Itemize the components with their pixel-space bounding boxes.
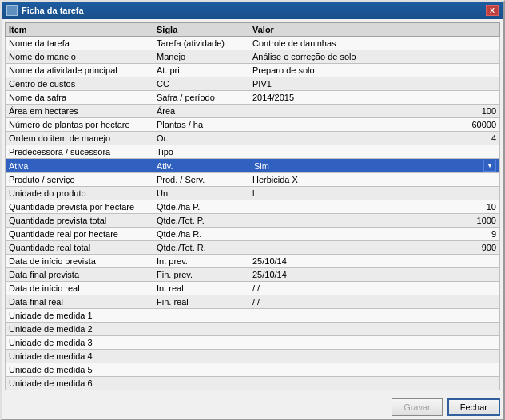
cell-item: Data final prevista <box>6 268 153 282</box>
table-row: Centro de custosCCPIV1 <box>6 77 500 91</box>
cell-sigla <box>153 377 249 390</box>
table-row: Unidade de medida 2 <box>6 323 500 336</box>
cell-valor: Herbicida X <box>249 173 500 187</box>
dropdown-value[interactable]: Sim <box>252 160 482 172</box>
cell-sigla: Fin. prev. <box>153 268 249 282</box>
cell-item: Data de início real <box>6 282 153 295</box>
table-row: Unidade de medida 5 <box>6 363 500 377</box>
cell-item: Produto / serviço <box>6 173 153 187</box>
table-row: Área em hectaresÁrea100 <box>6 105 500 118</box>
table-header-row: Item Sigla Valor <box>6 23 500 37</box>
cell-valor: 25/10/14 <box>249 255 500 268</box>
cell-sigla: CC <box>153 77 249 91</box>
content-area: Item Sigla Valor Nome da tarefaTarefa (a… <box>2 19 503 394</box>
cell-sigla: Qtde./Tot. R. <box>153 241 249 255</box>
cell-sigla: Safra / período <box>153 91 249 105</box>
table-row: Quantidade prevista totalQtde./Tot. P.10… <box>6 214 500 228</box>
cell-item: Ativa <box>6 159 153 173</box>
cell-sigla <box>153 323 249 336</box>
table-row[interactable]: AtivaAtiv.Sim▼ <box>6 159 500 173</box>
table-row: Unidade de medida 6 <box>6 377 500 390</box>
cell-item: Centro de custos <box>6 77 153 91</box>
cell-item: Unidade de medida 1 <box>6 309 153 323</box>
cell-item: Nome da safra <box>6 91 153 105</box>
cell-item: Unidade do produto <box>6 187 153 200</box>
cell-item: Unidade de medida 2 <box>6 323 153 336</box>
cell-sigla: Área <box>153 105 249 118</box>
table-row: Nome da tarefaTarefa (atividade)Controle… <box>6 37 500 50</box>
cell-valor: 900 <box>249 241 500 255</box>
cell-sigla: In. real <box>153 282 249 295</box>
table-row: Data de início previstaIn. prev.25/10/14 <box>6 255 500 268</box>
cell-valor: Análise e correção de solo <box>249 50 500 64</box>
cell-sigla <box>153 350 249 363</box>
cell-valor <box>249 323 500 336</box>
cell-valor: 4 <box>249 132 500 145</box>
cell-item: Quantidade real total <box>6 241 153 255</box>
cell-item: Ordem do item de manejo <box>6 132 153 145</box>
cell-item: Nome da atividade principal <box>6 64 153 77</box>
header-sigla: Sigla <box>153 23 249 37</box>
table-row: Quantidade prevista por hectareQtde./ha … <box>6 200 500 214</box>
table-row: Predecessora / sucessoraTipo <box>6 145 500 159</box>
cell-valor[interactable]: Sim▼ <box>249 159 500 173</box>
cell-valor <box>249 336 500 350</box>
table-body: Nome da tarefaTarefa (atividade)Controle… <box>6 37 500 390</box>
table-row: Produto / serviçoProd. / Serv.Herbicida … <box>6 173 500 187</box>
save-button[interactable]: Gravar <box>392 398 443 416</box>
cell-sigla <box>153 309 249 323</box>
cell-valor: Controle de daninhas <box>249 37 500 50</box>
cell-valor: 1000 <box>249 214 500 228</box>
cell-valor <box>249 350 500 363</box>
cell-sigla <box>153 336 249 350</box>
cell-valor <box>249 377 500 390</box>
footer: Gravar Fechar <box>2 394 503 419</box>
table-row: Quantidade real totalQtde./Tot. R.900 <box>6 241 500 255</box>
cell-valor: 25/10/14 <box>249 268 500 282</box>
main-window: Ficha da tarefa X Item Sigla Valor Nome … <box>0 0 505 420</box>
cell-item: Data de início prevista <box>6 255 153 268</box>
cell-sigla <box>153 363 249 377</box>
close-button-footer[interactable]: Fechar <box>447 398 500 416</box>
window-icon <box>6 5 18 16</box>
title-bar: Ficha da tarefa X <box>2 2 503 19</box>
window-title: Ficha da tarefa <box>22 6 84 15</box>
cell-sigla: Ativ. <box>153 159 249 173</box>
table-row: Nome do manejoManejoAnálise e correção d… <box>6 50 500 64</box>
cell-sigla: Qtde./ha R. <box>153 228 249 241</box>
cell-valor <box>249 309 500 323</box>
cell-item: Data final real <box>6 295 153 309</box>
cell-item: Unidade de medida 4 <box>6 350 153 363</box>
table-row: Nome da atividade principalAt. pri.Prepa… <box>6 64 500 77</box>
cell-valor: l <box>249 187 500 200</box>
cell-valor: / / <box>249 282 500 295</box>
cell-valor: 100 <box>249 105 500 118</box>
cell-sigla: Plantas / ha <box>153 118 249 132</box>
cell-sigla: Un. <box>153 187 249 200</box>
dropdown-arrow-icon[interactable]: ▼ <box>483 160 496 172</box>
data-table: Item Sigla Valor Nome da tarefaTarefa (a… <box>5 22 500 390</box>
cell-item: Unidade de medida 3 <box>6 336 153 350</box>
cell-sigla: Prod. / Serv. <box>153 173 249 187</box>
table-row: Unidade de medida 3 <box>6 336 500 350</box>
table-row: Data final previstaFin. prev.25/10/14 <box>6 268 500 282</box>
cell-sigla: At. pri. <box>153 64 249 77</box>
table-row: Unidade do produtoUn.l <box>6 187 500 200</box>
cell-item: Quantidade prevista por hectare <box>6 200 153 214</box>
cell-sigla: Manejo <box>153 50 249 64</box>
cell-sigla: Qtde./ha P. <box>153 200 249 214</box>
cell-valor: 60000 <box>249 118 500 132</box>
cell-valor: / / <box>249 295 500 309</box>
table-row: Ordem do item de manejoOr.4 <box>6 132 500 145</box>
cell-item: Unidade de medida 6 <box>6 377 153 390</box>
table-row: Unidade de medida 4 <box>6 350 500 363</box>
close-button[interactable]: X <box>486 5 499 16</box>
cell-item: Predecessora / sucessora <box>6 145 153 159</box>
cell-item: Quantidade prevista total <box>6 214 153 228</box>
cell-sigla: Fin. real <box>153 295 249 309</box>
cell-valor: 9 <box>249 228 500 241</box>
cell-item: Unidade de medida 5 <box>6 363 153 377</box>
title-bar-left: Ficha da tarefa <box>6 5 84 16</box>
cell-item: Nome do manejo <box>6 50 153 64</box>
cell-item: Área em hectares <box>6 105 153 118</box>
